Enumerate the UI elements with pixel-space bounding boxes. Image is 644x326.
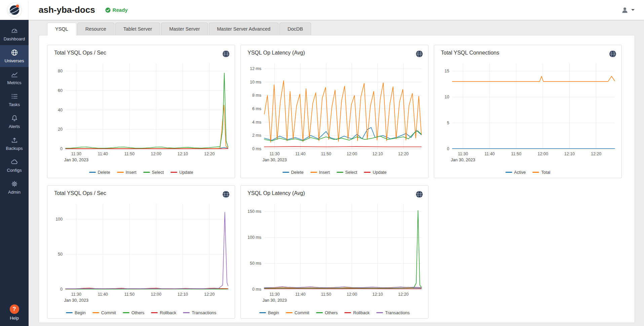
chart-legend: DeleteInsertSelectUpdate xyxy=(241,166,428,178)
svg-text:11:50: 11:50 xyxy=(321,152,331,156)
legend-item[interactable]: Select xyxy=(337,170,357,175)
legend-label: Rollback xyxy=(160,310,176,315)
svg-text:12:00: 12:00 xyxy=(151,152,161,156)
svg-text:10 ms: 10 ms xyxy=(250,80,261,85)
legend-item[interactable]: Total xyxy=(532,170,550,175)
chart-card-ops-txn: Total YSQL Ops / Sec 11:3011:4011:5012:0… xyxy=(47,185,235,319)
dashboard-gauge-icon xyxy=(10,27,18,35)
legend-item[interactable]: Select xyxy=(143,170,164,175)
sidebar-item-backups[interactable]: Backups xyxy=(0,133,29,155)
ready-check-icon xyxy=(105,7,111,13)
tab-docdb[interactable]: DocDB xyxy=(279,23,311,35)
chart-card-ops-crud: Total YSQL Ops / Sec 11:3011:4011:5012:0… xyxy=(47,45,235,178)
sidebar-item-metrics[interactable]: Metrics xyxy=(0,67,29,89)
user-menu[interactable] xyxy=(621,6,635,14)
chart-legend: BeginCommitOthersRollbackTransactions xyxy=(47,307,235,318)
legend-item[interactable]: Commit xyxy=(286,310,309,315)
chart-canvas[interactable]: 11:3011:4011:5012:0012:1012:200 ms2 ms4 … xyxy=(242,58,427,165)
svg-text:50 ms: 50 ms xyxy=(250,261,261,266)
svg-text:4 ms: 4 ms xyxy=(252,120,261,125)
svg-text:0 ms: 0 ms xyxy=(252,287,261,292)
chart-canvas[interactable]: 11:3011:4011:5012:0012:1012:20050100Jan … xyxy=(49,198,233,305)
sidebar-item-dashboard[interactable]: Dashboard xyxy=(0,23,29,45)
legend-item[interactable]: Delete xyxy=(89,170,110,175)
tab-master-server-advanced[interactable]: Master Server Advanced xyxy=(209,23,278,35)
sidebar-item-label: Help xyxy=(10,316,19,321)
chart-plot[interactable]: 11:3011:4011:5012:0012:1012:200 ms50 ms1… xyxy=(242,198,427,307)
chart-plot[interactable]: 11:3011:4011:5012:0012:1012:20050100Jan … xyxy=(49,198,233,307)
legend-item[interactable]: Delete xyxy=(282,170,304,175)
svg-text:12 ms: 12 ms xyxy=(250,66,261,71)
tab-master-server[interactable]: Master Server xyxy=(161,23,208,35)
legend-item[interactable]: Transactions xyxy=(183,310,216,315)
backups-upload-icon xyxy=(10,136,18,144)
sidebar-item-configs[interactable]: Configs xyxy=(0,155,29,176)
legend-label: Update xyxy=(373,170,386,175)
svg-text:12:00: 12:00 xyxy=(347,152,357,156)
sidebar-item-tasks[interactable]: Tasks xyxy=(0,89,29,111)
tab-bar: YSQL Resource Tablet Server Master Serve… xyxy=(47,23,635,35)
legend-item[interactable]: Insert xyxy=(310,170,330,175)
metrics-panel: Total YSQL Ops / Sec 11:3011:4011:5012:0… xyxy=(39,35,635,323)
legend-item[interactable]: Others xyxy=(123,310,144,315)
legend-item[interactable]: Begin xyxy=(259,310,279,315)
legend-swatch xyxy=(89,172,96,173)
legend-label: Active xyxy=(514,170,526,175)
svg-text:11:40: 11:40 xyxy=(295,152,305,156)
globe-icon xyxy=(222,50,230,58)
chart-plot[interactable]: 11:3011:4011:5012:0012:1012:20020406080J… xyxy=(49,58,233,166)
tab-ysql[interactable]: YSQL xyxy=(47,23,76,35)
sidebar-item-universes[interactable]: Universes xyxy=(0,45,29,67)
tab-resource[interactable]: Resource xyxy=(77,23,114,35)
tab-tablet-server[interactable]: Tablet Server xyxy=(115,23,160,35)
legend-item[interactable]: Commit xyxy=(92,310,116,315)
svg-text:5: 5 xyxy=(447,121,449,125)
svg-text:11:40: 11:40 xyxy=(98,292,108,297)
sidebar-item-label: Admin xyxy=(8,190,21,195)
legend-swatch xyxy=(310,172,317,173)
legend-item[interactable]: Rollback xyxy=(151,310,176,315)
legend-item[interactable]: Others xyxy=(316,310,338,315)
configs-cloud-icon xyxy=(10,158,18,166)
svg-text:11:30: 11:30 xyxy=(269,292,279,297)
globe-icon xyxy=(609,50,617,58)
legend-item[interactable]: Begin xyxy=(66,310,86,315)
legend-label: Commit xyxy=(101,310,116,315)
chart-title: Total YSQL Ops / Sec xyxy=(54,190,106,196)
svg-text:11:30: 11:30 xyxy=(269,152,279,156)
globe-icon xyxy=(415,50,423,58)
chart-plot[interactable]: 11:3011:4011:5012:0012:1012:200 ms2 ms4 … xyxy=(242,58,427,166)
chevron-down-icon xyxy=(631,9,635,11)
svg-text:11:50: 11:50 xyxy=(321,292,331,297)
chart-canvas[interactable]: 11:3011:4011:5012:0012:1012:20020406080J… xyxy=(49,58,233,165)
legend-item[interactable]: Update xyxy=(171,170,193,175)
sidebar: Dashboard Universes Metrics Tasks Alerts xyxy=(0,0,29,326)
sidebar-item-alerts[interactable]: Alerts xyxy=(0,111,29,133)
legend-item[interactable]: Active xyxy=(505,170,526,175)
sidebar-item-label: Dashboard xyxy=(4,36,25,41)
sidebar-item-help[interactable]: ? Help xyxy=(0,304,29,326)
legend-label: Transactions xyxy=(192,310,216,315)
header: ash-yba-docs Ready xyxy=(29,0,644,20)
svg-text:11:30: 11:30 xyxy=(71,292,81,297)
status-label: Ready xyxy=(113,7,128,13)
app-logo[interactable] xyxy=(0,0,29,20)
svg-text:12:10: 12:10 xyxy=(178,152,188,156)
legend-item[interactable]: Update xyxy=(364,170,386,175)
chart-canvas[interactable]: 11:3011:4011:5012:0012:1012:200 ms50 ms1… xyxy=(242,198,427,305)
svg-text:12:20: 12:20 xyxy=(398,152,409,156)
legend-swatch xyxy=(117,172,124,173)
sidebar-nav: Dashboard Universes Metrics Tasks Alerts xyxy=(0,20,29,326)
svg-text:2 ms: 2 ms xyxy=(252,133,261,138)
svg-text:11:50: 11:50 xyxy=(124,152,135,156)
chart-plot[interactable]: 11:3011:4011:5012:0012:1012:20051015Jan … xyxy=(435,58,620,166)
legend-item[interactable]: Transactions xyxy=(376,310,410,315)
svg-text:11:40: 11:40 xyxy=(485,152,495,156)
sidebar-item-admin[interactable]: Admin xyxy=(0,176,29,198)
svg-text:0: 0 xyxy=(60,146,63,151)
svg-text:0: 0 xyxy=(60,287,63,292)
chart-canvas[interactable]: 11:3011:4011:5012:0012:1012:20051015Jan … xyxy=(435,58,620,165)
legend-item[interactable]: Insert xyxy=(117,170,137,175)
svg-text:11:30: 11:30 xyxy=(71,152,81,156)
legend-item[interactable]: Rollback xyxy=(344,310,370,315)
